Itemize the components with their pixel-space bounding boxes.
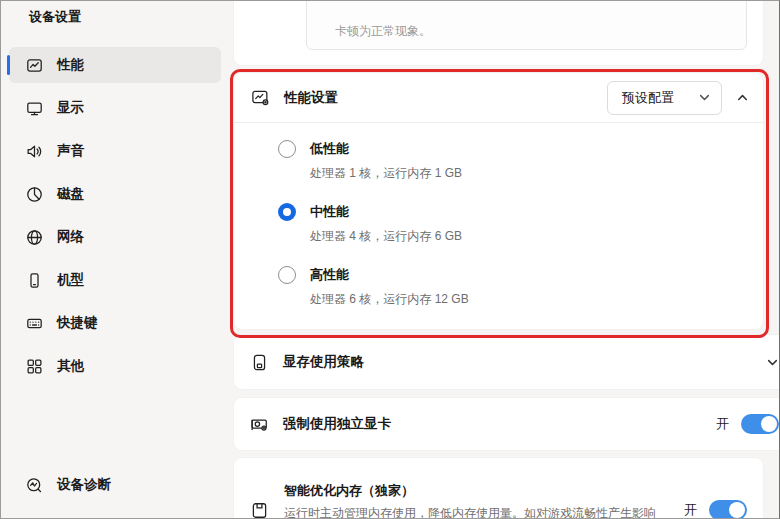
sidebar-item-keyboard[interactable]: 快捷键	[9, 305, 221, 341]
sidebar-item-label: 磁盘	[57, 185, 84, 203]
toggle-state-label: 开	[684, 501, 697, 519]
section-title: 强制使用独立显卡	[283, 415, 391, 433]
grid-icon	[26, 358, 43, 375]
performance-option[interactable]: 高性能 处理器 6 核，运行内存 12 GB	[278, 266, 747, 308]
performance-option[interactable]: 中性能 处理器 4 核，运行内存 6 GB	[278, 203, 747, 245]
smart-memory-card: 智能优化内存（独家） 运行时主动管理内存使用，降低内存使用量。如对游戏流畅性产生…	[234, 458, 763, 519]
sidebar-item-speaker[interactable]: 声音	[9, 133, 221, 169]
option-description: 处理器 1 核，运行内存 1 GB	[310, 165, 462, 182]
performance-settings-header: 性能设置 预设配置	[234, 73, 763, 122]
sidebar-item-label: 网络	[57, 228, 84, 246]
option-description: 处理器 4 核，运行内存 6 GB	[310, 228, 462, 245]
section-title: 智能优化内存（独家）	[284, 482, 666, 500]
preset-config-label: 预设配置	[622, 89, 674, 107]
performance-chart-icon	[26, 57, 43, 74]
chevron-down-icon	[698, 91, 711, 104]
option-label: 低性能	[310, 140, 462, 158]
disk-icon	[26, 186, 43, 203]
chevron-down-icon[interactable]	[766, 356, 779, 369]
sidebar-item-globe[interactable]: 网络	[9, 219, 221, 255]
performance-option[interactable]: 低性能 处理器 1 核，运行内存 1 GB	[278, 140, 747, 182]
toggle-state-label: 开	[716, 415, 729, 433]
sidebar-item-label: 性能	[57, 56, 84, 74]
memory-toggle[interactable]	[709, 500, 747, 519]
radio-button[interactable]	[278, 203, 296, 221]
sidebar-item-performance-chart[interactable]: 性能	[9, 47, 221, 83]
scrolled-note-box: 卡顿为正常现象。	[306, 0, 747, 50]
speaker-icon	[26, 143, 43, 160]
option-label: 中性能	[310, 203, 462, 221]
sidebar-item-diagnostic[interactable]: 设备诊断	[9, 467, 221, 503]
scrolled-note-text: 卡顿为正常现象。	[335, 23, 431, 40]
sidebar-item-grid[interactable]: 其他	[9, 348, 221, 384]
preset-config-dropdown[interactable]: 预设配置	[607, 81, 722, 115]
device-settings-window: 设备设置 性能 显示 声音 磁盘 网络 机型 快捷键 其他 设备诊断 卡顿为正常…	[0, 0, 780, 519]
keyboard-icon	[26, 315, 43, 332]
scrolled-card: 卡顿为正常现象。	[234, 0, 763, 65]
option-label: 高性能	[310, 266, 469, 284]
sidebar-item-disk[interactable]: 磁盘	[9, 176, 221, 212]
sidebar-list: 性能 显示 声音 磁盘 网络 机型 快捷键 其他	[9, 47, 221, 391]
vram-icon	[250, 353, 269, 372]
sidebar-item-label: 声音	[57, 142, 84, 160]
gpu-toggle[interactable]	[741, 414, 779, 434]
memory-icon	[250, 501, 269, 519]
sidebar-item-label: 显示	[57, 99, 84, 117]
globe-icon	[26, 229, 43, 246]
force-dedicated-gpu-card: 强制使用独立显卡 开	[234, 398, 780, 450]
diagnostic-icon	[26, 477, 43, 494]
vram-strategy-card[interactable]: 显存使用策略	[234, 335, 780, 389]
sidebar-item-label: 机型	[57, 271, 84, 289]
sidebar-item-device[interactable]: 机型	[9, 262, 221, 298]
section-title: 显存使用策略	[283, 353, 364, 371]
sidebar-item-monitor[interactable]: 显示	[9, 90, 221, 126]
radio-button[interactable]	[278, 266, 296, 284]
section-title: 性能设置	[284, 89, 338, 107]
section-description: 运行时主动管理内存使用，降低内存使用量。如对游戏流畅性产生影响可尝试关闭。	[284, 505, 662, 519]
radio-button[interactable]	[278, 140, 296, 158]
performance-settings-icon	[251, 88, 270, 107]
window-title: 设备设置	[29, 8, 81, 26]
gpu-icon	[250, 415, 269, 434]
performance-options-list: 低性能 处理器 1 核，运行内存 1 GB 中性能 处理器 4 核，运行内存 6…	[234, 123, 763, 308]
sidebar-item-label: 其他	[57, 357, 84, 375]
sidebar-item-label: 设备诊断	[57, 476, 111, 494]
device-icon	[26, 272, 43, 289]
option-description: 处理器 6 核，运行内存 12 GB	[310, 291, 469, 308]
performance-settings-card: 性能设置 预设配置 低性能 处理器 1 核，运行内存 1 GB 中性能 处理器 …	[234, 73, 763, 329]
collapse-chevron-up-icon[interactable]	[736, 91, 749, 104]
sidebar-footer: 设备诊断	[9, 467, 221, 503]
sidebar-item-label: 快捷键	[57, 314, 98, 332]
monitor-icon	[26, 100, 43, 117]
